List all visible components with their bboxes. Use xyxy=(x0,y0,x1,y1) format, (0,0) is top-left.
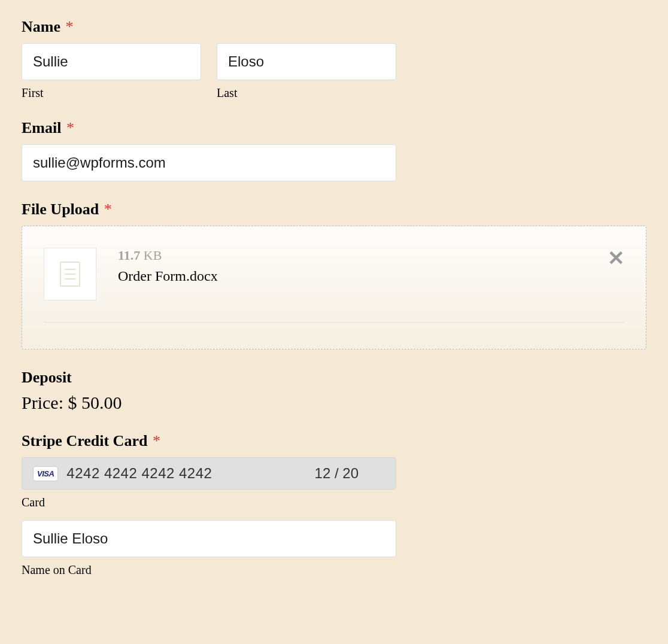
email-label-text: Email xyxy=(22,119,61,136)
name-on-card-input[interactable] xyxy=(22,520,396,557)
card-sublabel: Card xyxy=(22,496,646,509)
email-input[interactable] xyxy=(22,144,396,181)
last-name-column: Last xyxy=(217,43,396,100)
uploaded-file-row: 11.7 KB Order Form.docx ✕ xyxy=(44,248,624,323)
file-name: Order Form.docx xyxy=(118,268,586,284)
price-prefix: Price: xyxy=(22,393,68,412)
file-size-value: 11.7 xyxy=(118,248,140,263)
deposit-field: Deposit Price: $ 50.00 xyxy=(22,369,646,413)
upload-dropzone[interactable]: 11.7 KB Order Form.docx ✕ xyxy=(22,226,646,350)
card-input[interactable]: VISA 4242 4242 4242 4242 12 / 20 xyxy=(22,457,396,490)
name-label-text: Name xyxy=(22,18,60,35)
required-asterisk: * xyxy=(153,432,160,449)
last-name-sublabel: Last xyxy=(217,86,396,100)
card-number-value: 4242 4242 4242 4242 xyxy=(66,465,306,482)
stripe-card-field: Stripe Credit Card * VISA 4242 4242 4242… xyxy=(22,432,646,577)
stripe-label-text: Stripe Credit Card xyxy=(22,432,147,449)
first-name-column: First xyxy=(22,43,201,100)
email-field: Email * xyxy=(22,119,646,181)
last-name-input[interactable] xyxy=(217,43,396,80)
required-asterisk: * xyxy=(66,119,74,136)
first-name-sublabel: First xyxy=(22,86,201,100)
name-row: First Last xyxy=(22,43,646,100)
price-value: $ 50.00 xyxy=(68,393,122,412)
name-field: Name * First Last xyxy=(22,18,646,100)
first-name-input[interactable] xyxy=(22,43,201,80)
deposit-label: Deposit xyxy=(22,369,646,387)
card-expiry-value: 12 / 20 xyxy=(315,465,359,482)
required-asterisk: * xyxy=(104,201,112,218)
file-upload-label-text: File Upload xyxy=(22,201,99,218)
file-upload-label: File Upload * xyxy=(22,201,646,218)
name-label: Name * xyxy=(22,18,646,36)
document-icon xyxy=(60,262,80,287)
deposit-price: Price: $ 50.00 xyxy=(22,393,646,413)
name-on-card-sublabel: Name on Card xyxy=(22,563,646,577)
remove-file-button[interactable]: ✕ xyxy=(608,248,624,268)
file-size-unit: KB xyxy=(140,248,162,263)
visa-icon: VISA xyxy=(33,466,58,481)
file-size-row: 11.7 KB xyxy=(118,248,586,263)
required-asterisk: * xyxy=(65,18,73,35)
file-upload-field: File Upload * 11.7 KB Order Form.docx ✕ xyxy=(22,201,646,350)
file-meta: 11.7 KB Order Form.docx xyxy=(118,248,586,284)
file-thumbnail xyxy=(44,248,96,300)
stripe-label: Stripe Credit Card * xyxy=(22,432,646,450)
close-icon: ✕ xyxy=(608,247,624,269)
email-label: Email * xyxy=(22,119,646,137)
